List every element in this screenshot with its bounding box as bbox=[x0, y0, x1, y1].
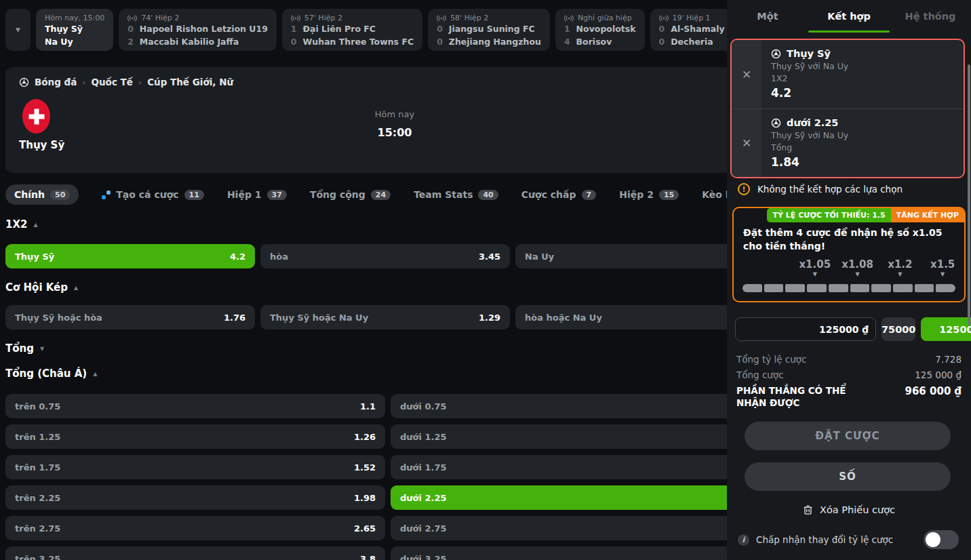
odds-cell-over[interactable]: trên 0.75 1.1 bbox=[5, 394, 385, 418]
tab-count-badge: 7 bbox=[582, 190, 597, 200]
betslip-tab-single[interactable]: Một bbox=[727, 0, 808, 33]
odds-cell-over[interactable]: trên 1.75 1.52 bbox=[5, 455, 385, 479]
bet-builder-icon bbox=[102, 191, 111, 199]
marker-arrow-icon: ▼ bbox=[930, 273, 955, 277]
odds-cell-under[interactable]: dưới 1.75 bbox=[391, 455, 727, 479]
odds-value: 1.26 bbox=[354, 432, 376, 442]
odds-cell-x2[interactable]: hòa hoặc Na Uy bbox=[515, 305, 727, 329]
section-header-total-asian[interactable]: Tổng (Châu Á) ▲ bbox=[5, 367, 727, 380]
selection-odds: 4.2 bbox=[771, 86, 848, 100]
score: 0 bbox=[437, 23, 443, 35]
tab-totals[interactable]: Tổng cộng 24 bbox=[310, 189, 391, 200]
ticker-status: 19' Hiệp 1 bbox=[673, 14, 711, 22]
ticker-dropdown-button[interactable]: ▼ bbox=[5, 9, 31, 51]
odds-label: dưới 3.25 bbox=[400, 554, 447, 560]
tab-count-badge: 15 bbox=[659, 190, 679, 200]
total-stake-value: 125 000 ₫ bbox=[915, 369, 962, 380]
odds-cell-over[interactable]: trên 1.25 1.26 bbox=[5, 424, 385, 449]
clear-betslip-button[interactable]: Xóa Phiếu cược bbox=[727, 504, 971, 515]
odds-cell-over[interactable]: trên 2.75 2.65 bbox=[5, 516, 385, 540]
live-icon bbox=[659, 15, 669, 22]
odds-cell-over[interactable]: trên 3.25 3.8 bbox=[5, 546, 385, 560]
score: 0 bbox=[127, 23, 134, 35]
stake-input[interactable] bbox=[735, 317, 876, 341]
boost-segment-bar bbox=[742, 284, 955, 292]
football-icon bbox=[771, 118, 781, 128]
odds-cell-home-win[interactable]: Thụy Sỹ 4.2 bbox=[5, 244, 255, 268]
marker-arrow-icon: ▼ bbox=[799, 273, 831, 277]
odds-label: trên 3.25 bbox=[15, 554, 60, 560]
total-stake-label: Tổng cược bbox=[736, 369, 784, 380]
odds-label: Thụy Sỹ bbox=[15, 252, 54, 262]
trash-icon bbox=[803, 504, 813, 515]
odds-cell-12[interactable]: Thụy Sỹ hoặc Na Uy 1.29 bbox=[260, 305, 510, 329]
odds-cell-under[interactable]: dưới 2.75 bbox=[391, 516, 727, 540]
quick-stake-125000-button[interactable]: 125000 bbox=[921, 317, 971, 341]
odds-cell-under[interactable]: dưới 1.25 bbox=[391, 424, 727, 449]
team-name: Đại Liên Pro FC bbox=[303, 23, 376, 35]
breadcrumb-region[interactable]: Quốc Tế bbox=[92, 77, 133, 87]
odds-cell-1x[interactable]: Thụy Sỹ hoặc hòa 1.76 bbox=[5, 305, 255, 329]
tab-second-half[interactable]: Hiệp 2 15 bbox=[619, 189, 679, 200]
odds-cell-over[interactable]: trên 2.25 1.98 bbox=[5, 485, 385, 510]
clear-betslip-label: Xóa Phiếu cược bbox=[820, 504, 895, 515]
kickoff-time-block: Hôm nay 15:00 bbox=[344, 109, 445, 139]
section-header-total[interactable]: Tổng ▼ bbox=[5, 342, 727, 355]
live-icon bbox=[291, 15, 300, 22]
odds-cell-under-selected[interactable]: dưới 2.25 bbox=[391, 485, 727, 510]
tab-bet-builder[interactable]: Tạo cá cược 11 bbox=[102, 189, 204, 200]
betslip-tab-combo[interactable]: Kết hợp bbox=[808, 0, 890, 33]
info-icon: i bbox=[738, 534, 749, 546]
accept-odds-changes-toggle[interactable] bbox=[924, 530, 959, 549]
ticker-card[interactable]: 19' Hiệp 1 0Al-Shamaly 0Decheria bbox=[650, 9, 727, 51]
odds-cell-draw[interactable]: hòa 3.45 bbox=[260, 244, 510, 268]
section-title: Tổng bbox=[5, 342, 34, 355]
total-odds-label: Tổng tỷ lệ cược bbox=[736, 354, 807, 365]
quick-stake-75000-button[interactable]: 75000 bbox=[881, 317, 915, 341]
tab-handicap[interactable]: Cược chấp 7 bbox=[521, 189, 596, 200]
tab-main[interactable]: Chính 50 bbox=[5, 184, 79, 205]
odds-label: trên 1.25 bbox=[15, 432, 60, 442]
remove-selection-button[interactable]: ✕ bbox=[732, 40, 761, 108]
betslip-selections: ✕ Thụy Sỹ Thụy Sỹ với Na Uy 1X2 4.2 ✕ dư… bbox=[730, 39, 965, 178]
betslip-selection: ✕ dưới 2.25 Thụy Sỹ với Na Uy Tổng 1.84 bbox=[732, 108, 964, 177]
betslip-tabs: Một Kết hợp Hệ thống bbox=[727, 0, 971, 33]
tab-label: Tạo cá cược bbox=[116, 189, 178, 200]
odds-cell-under[interactable]: dưới 3.25 bbox=[391, 546, 727, 560]
section-title: Cơ Hội Kép bbox=[5, 281, 68, 294]
ticker-card[interactable]: 58' Hiệp 2 0Jiangsu Suning FC 0Zhejiang … bbox=[428, 9, 550, 51]
odds-label: dưới 0.75 bbox=[400, 401, 447, 412]
betslip-tab-system[interactable]: Hệ thống bbox=[890, 0, 971, 33]
ticker-card[interactable]: Nghỉ giữa hiệp 1Novopolotsk 4Borisov bbox=[555, 9, 645, 51]
odds-label: trên 0.75 bbox=[15, 401, 60, 412]
odds-cell-under[interactable]: dưới 0.75 bbox=[391, 394, 727, 418]
breadcrumb-sport[interactable]: Bóng đá bbox=[35, 77, 77, 87]
place-bet-button[interactable]: ĐẶT CƯỢC bbox=[745, 422, 951, 450]
tab-first-half[interactable]: Hiệp 1 37 bbox=[227, 189, 287, 200]
odds-label: trên 2.25 bbox=[15, 493, 60, 503]
page-scrollbar[interactable] bbox=[968, 64, 970, 325]
remove-selection-button[interactable]: ✕ bbox=[732, 109, 761, 177]
tab-label: Chính bbox=[14, 189, 45, 200]
ticker-card[interactable]: 57' Hiệp 2 1Đại Liên Pro FC 0Wuhan Three… bbox=[282, 9, 422, 51]
tab-team-stats[interactable]: Team Stats 40 bbox=[414, 189, 498, 200]
score: 0 bbox=[291, 36, 297, 48]
score: 0 bbox=[659, 36, 665, 48]
breadcrumb-league[interactable]: Cúp Thế Giới, Nữ bbox=[147, 77, 233, 87]
breadcrumb-separator: › bbox=[82, 77, 85, 87]
odds-label: hòa hoặc Na Uy bbox=[525, 313, 602, 323]
ticker-card[interactable]: 74' Hiệp 2 0Hapoel Rishon Letzion U19 2M… bbox=[119, 9, 277, 51]
odds-label: trên 1.75 bbox=[15, 462, 60, 473]
ticker-card-current[interactable]: Hôm nay, 15:00 Thụy Sỹ Na Uy bbox=[36, 9, 113, 51]
multiplier-label: x1.2 bbox=[888, 258, 912, 271]
section-header-1x2[interactable]: 1X2 ▲ bbox=[5, 218, 727, 231]
tab-label: Hiệp 1 bbox=[227, 189, 262, 200]
tab-combo[interactable]: Kèo kết hợp bbox=[702, 189, 727, 200]
odds-cell-away-win[interactable]: Na Uy bbox=[515, 244, 727, 268]
section-header-double-chance[interactable]: Cơ Hội Kép ▲ bbox=[5, 281, 727, 294]
home-team-name: Thụy Sỹ bbox=[19, 139, 64, 151]
score: 1 bbox=[564, 23, 570, 35]
team-name: Novopolotsk bbox=[576, 23, 636, 35]
score: 0 bbox=[437, 36, 443, 48]
numbers-button[interactable]: SỐ bbox=[745, 462, 951, 491]
